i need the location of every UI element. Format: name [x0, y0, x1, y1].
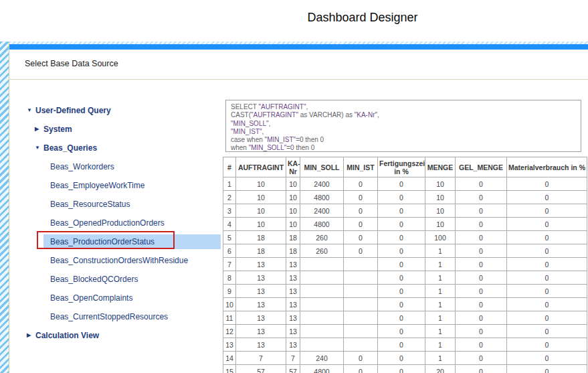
table-cell: 0 — [507, 231, 587, 244]
table-cell: 57 — [236, 365, 286, 373]
table-cell: 0 — [344, 244, 378, 258]
table-row: 310102400001000 — [223, 204, 587, 218]
table-cell: 10 — [236, 191, 286, 204]
table-cell: 18 — [236, 231, 286, 244]
table-cell: 0 — [456, 285, 507, 298]
table-cell: 13 — [236, 311, 286, 325]
sql-line: case when "MIN_IST"=0 then 0 — [231, 136, 576, 144]
table-cell: 5 — [223, 231, 236, 244]
table-cell — [300, 311, 344, 325]
table-cell: 0 — [344, 177, 378, 191]
table-cell — [344, 258, 378, 271]
table-cell: 0 — [378, 365, 425, 373]
tree-item-beas-blockedqcorders[interactable]: Beas_BlockedQCOrders — [24, 270, 225, 289]
table-cell: 0 — [507, 325, 587, 338]
tree-item-beas-workorders[interactable]: Beas_Workorders — [24, 157, 225, 176]
table-cell: 0 — [344, 218, 378, 231]
tree-item-calculation-view[interactable]: ▶Calculation View — [24, 326, 225, 345]
tree-item-beas-opencomplaints[interactable]: Beas_OpenComplaints — [24, 289, 225, 307]
sql-preview[interactable]: SELECT "AUFTRAGINT",CAST("AUFTRAGINT" as… — [225, 100, 581, 152]
table-cell: 4800 — [300, 365, 344, 373]
heading-divider — [9, 79, 588, 80]
striped-left-edge — [0, 42, 9, 373]
chevron-right-icon[interactable]: ▶ — [27, 333, 35, 338]
column-header-ka-nr: KA-Nr — [286, 157, 300, 177]
table-cell: 0 — [456, 177, 507, 191]
table-cell: 0 — [456, 311, 507, 325]
table-cell: 10 — [286, 204, 300, 218]
table-cell: 57 — [286, 365, 300, 373]
table-cell: 10 — [425, 177, 456, 191]
table-cell: 0 — [507, 244, 587, 258]
table-cell: 13 — [236, 271, 286, 285]
sql-line: "MIN_SOLL", — [231, 120, 576, 128]
tree-item-beas-openedproductionorders[interactable]: Beas_OpenedProductionOrders — [24, 214, 225, 232]
tree-item-system[interactable]: ▶System — [24, 120, 225, 139]
table-cell: 1 — [425, 325, 456, 338]
table-row: 713130100 — [223, 258, 587, 271]
table-row: 110102400001000 — [223, 177, 587, 191]
table-cell: 0 — [344, 204, 378, 218]
sql-line: CAST("AUFTRAGINT" as VARCHAR) as "KA-Nr"… — [231, 111, 576, 119]
table-cell: 13 — [236, 325, 286, 338]
table-cell: 0 — [507, 258, 587, 271]
column-header-menge: MENGE — [425, 157, 456, 177]
table-cell: 10 — [236, 204, 286, 218]
tree-item-label: Beas_OpenComplaints — [50, 293, 132, 303]
table-cell: 18 — [286, 231, 300, 244]
table-row: 147724000100 — [223, 352, 587, 365]
tree-item-label: Beas_ResourceStatus — [50, 200, 130, 209]
table-cell: 2400 — [300, 204, 344, 218]
table-cell: 13 — [286, 338, 300, 352]
table-cell: 260 — [300, 244, 344, 258]
table-cell: 0 — [456, 191, 507, 204]
accent-bar — [9, 44, 588, 50]
table-cell: 0 — [456, 298, 507, 311]
table-cell: 10 — [236, 218, 286, 231]
table-cell — [300, 271, 344, 285]
tree-item-label: User-Defined Query — [35, 106, 111, 115]
chevron-down-icon[interactable]: ▼ — [35, 145, 43, 151]
table-row: 1313130100 — [223, 338, 587, 352]
table-cell: 18 — [236, 244, 286, 258]
table-cell: 13 — [236, 258, 286, 271]
tree-item-beas-productionorderstatus[interactable]: Beas_ProductionOrderStatus — [24, 232, 225, 251]
tree-item-beas-resourcestatus[interactable]: Beas_ResourceStatus — [24, 195, 225, 214]
table-cell: 4 — [223, 218, 236, 231]
table-cell: 240 — [300, 352, 344, 365]
table-body: 1101024000010002101048000010003101024000… — [223, 177, 587, 373]
tree-item-beas-queries[interactable]: ▼Beas_Queries — [24, 139, 225, 157]
column-header-fertigungszeit-in: Fertigungszeit in % — [378, 157, 425, 177]
table-cell: 0 — [507, 177, 587, 191]
tree-item-beas-constructionorderswithresidue[interactable]: Beas_ConstructionOrdersWithResidue — [24, 251, 225, 270]
chevron-right-icon[interactable]: ▶ — [35, 127, 43, 132]
table-cell: 0 — [456, 258, 507, 271]
table-row: 518182600010000 — [223, 231, 587, 244]
table-cell: 0 — [507, 352, 587, 365]
table-cell: 10 — [425, 204, 456, 218]
tree-item-beas-currentstoppedresources[interactable]: Beas_CurrentStoppedResources — [24, 307, 225, 326]
table-cell: 4800 — [300, 218, 344, 231]
table-cell: 1 — [425, 258, 456, 271]
table-cell: 10 — [425, 191, 456, 204]
table-cell: 0 — [378, 298, 425, 311]
table-cell: 1 — [425, 285, 456, 298]
table-cell: 18 — [286, 244, 300, 258]
table-cell: 0 — [456, 325, 507, 338]
column-header-min-ist: MIN_IST — [344, 157, 378, 177]
tree-item-label: Beas_Queries — [43, 143, 97, 153]
table-cell: 0 — [378, 285, 425, 298]
tree-item-beas-employeeworktime[interactable]: Beas_EmployeeWorkTime — [24, 176, 225, 195]
table-cell: 1 — [425, 311, 456, 325]
table-cell: 0 — [344, 365, 378, 373]
tree-item-label: Beas_Workorders — [50, 162, 114, 171]
table-cell: 0 — [456, 352, 507, 365]
table-row: 1213130100 — [223, 325, 587, 338]
tree-item-label: Beas_CurrentStoppedResources — [50, 312, 168, 321]
table-cell: 0 — [378, 338, 425, 352]
chevron-down-icon[interactable]: ▼ — [27, 108, 35, 113]
tree-item-user-defined-query[interactable]: ▼User-Defined Query — [24, 101, 225, 120]
table-cell: 3 — [223, 204, 236, 218]
table-cell — [300, 285, 344, 298]
table-cell: 7 — [286, 352, 300, 365]
